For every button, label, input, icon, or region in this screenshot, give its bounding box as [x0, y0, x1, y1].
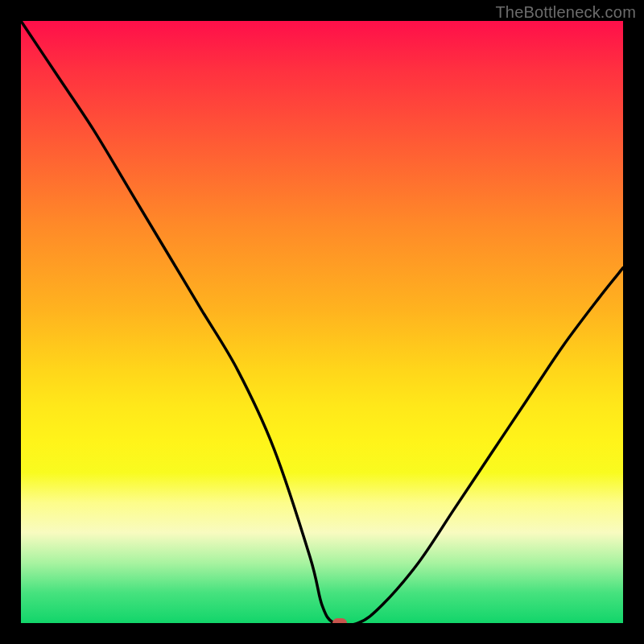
chart-container: TheBottleneck.com	[0, 0, 644, 644]
bottleneck-curve	[21, 21, 623, 623]
plot-area	[21, 21, 623, 623]
watermark-text: TheBottleneck.com	[495, 3, 636, 22]
optimal-marker	[332, 618, 347, 623]
line-chart-svg	[21, 21, 623, 623]
